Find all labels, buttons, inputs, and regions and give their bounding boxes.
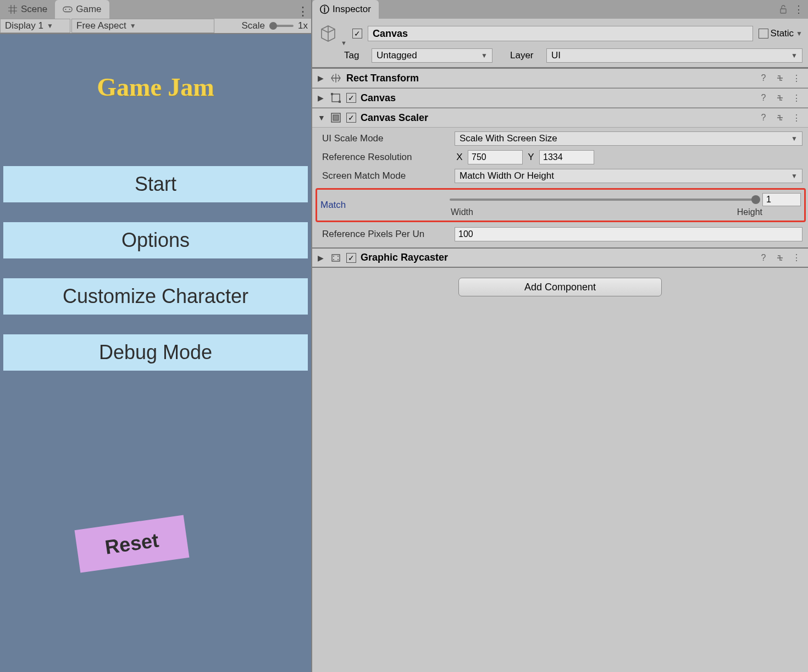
tag-label: Tag [344, 50, 368, 61]
svg-point-1 [65, 9, 67, 10]
game-canvas: Game Jam Start Options Customize Charact… [0, 34, 311, 672]
gameobject-name-field[interactable] [368, 26, 753, 41]
reference-pixels-label: Reference Pixels Per Un [322, 229, 451, 240]
fold-icon[interactable]: ▶ [318, 93, 325, 102]
tab-scene[interactable]: Scene [0, 0, 55, 19]
ui-scale-mode-dropdown[interactable]: Scale With Screen Size▼ [455, 131, 803, 146]
reference-resolution-label: Reference Resolution [322, 152, 451, 163]
scale-value: 1x [298, 20, 308, 31]
match-label: Match [320, 200, 446, 211]
display-dropdown[interactable]: Display 1▼ [0, 19, 70, 33]
customize-character-button[interactable]: Customize Character [3, 278, 308, 315]
start-button[interactable]: Start [3, 166, 308, 202]
svg-rect-3 [781, 9, 786, 13]
svg-rect-6 [339, 101, 341, 103]
help-icon[interactable]: ? [757, 252, 770, 264]
tab-inspector[interactable]: ⓘ Inspector [312, 0, 379, 19]
scene-icon [8, 4, 18, 14]
svg-point-11 [337, 256, 339, 257]
game-pane: Scene Game ⋮ Display 1▼ Free Aspect▼ Sca… [0, 0, 312, 672]
tab-inspector-label: Inspector [333, 4, 371, 15]
svg-point-2 [69, 9, 70, 10]
canvas-icon [330, 92, 342, 104]
help-icon[interactable]: ? [757, 72, 770, 84]
reference-resolution-x-field[interactable] [468, 150, 523, 164]
fold-icon[interactable]: ▶ [318, 254, 325, 262]
graphic-raycaster-icon [330, 252, 342, 264]
tag-value: Untagged [377, 50, 417, 61]
layer-dropdown[interactable]: UI▼ [546, 48, 803, 63]
options-button[interactable]: Options [3, 222, 308, 258]
preset-icon[interactable] [774, 252, 786, 264]
preset-icon[interactable] [774, 92, 786, 104]
component-menu-icon[interactable]: ⋮ [790, 72, 803, 84]
preset-icon[interactable] [774, 112, 786, 124]
x-label: X [455, 152, 464, 163]
canvas-scaler-body: UI Scale Mode Scale With Screen Size▼ Re… [312, 128, 808, 248]
component-rect-transform[interactable]: ▶ Rect Transform ? ⋮ [312, 68, 808, 88]
component-canvas-scaler[interactable]: ▼ ✓ Canvas Scaler ? ⋮ [312, 108, 808, 128]
add-component-button[interactable]: Add Component [458, 278, 662, 296]
static-checkbox[interactable] [759, 29, 768, 38]
scale-slider[interactable] [269, 25, 294, 27]
component-menu-icon[interactable]: ⋮ [790, 92, 803, 104]
gameobject-icon-dropdown[interactable]: ▼ [341, 40, 347, 46]
screen-match-mode-value: Match Width Or Height [460, 170, 554, 181]
canvas-enable-checkbox[interactable]: ✓ [346, 93, 356, 103]
tab-game-label: Game [76, 4, 101, 15]
game-icon [63, 4, 73, 14]
reference-resolution-y-field[interactable] [539, 150, 594, 164]
active-checkbox[interactable]: ✓ [352, 29, 362, 38]
component-title: Canvas Scaler [361, 112, 753, 124]
gameobject-icon[interactable] [318, 23, 339, 44]
component-graphic-raycaster[interactable]: ▶ ✓ Graphic Raycaster ? ⋮ [312, 248, 808, 268]
static-label: Static [771, 28, 794, 39]
svg-rect-5 [331, 93, 333, 95]
component-menu-icon[interactable]: ⋮ [790, 252, 803, 264]
game-title: Game Jam [0, 73, 311, 102]
preset-icon[interactable] [774, 72, 786, 84]
component-menu-icon[interactable]: ⋮ [790, 112, 803, 124]
help-icon[interactable]: ? [757, 92, 770, 104]
ui-scale-mode-label: UI Scale Mode [322, 133, 451, 144]
lock-icon[interactable] [777, 3, 789, 15]
svg-rect-9 [332, 255, 340, 261]
help-icon[interactable]: ? [757, 112, 770, 124]
fold-icon[interactable]: ▼ [318, 113, 325, 122]
static-dropdown-icon[interactable]: ▼ [796, 30, 803, 37]
aspect-dropdown-label: Free Aspect [76, 20, 126, 31]
left-tab-menu-icon[interactable]: ⋮ [295, 4, 311, 19]
layer-value: UI [551, 50, 561, 61]
match-height-label: Height [737, 207, 762, 217]
component-title: Graphic Raycaster [361, 252, 753, 263]
aspect-dropdown[interactable]: Free Aspect▼ [71, 19, 214, 33]
menu-button-group: Start Options Customize Character Debug … [3, 166, 308, 371]
match-value-field[interactable] [762, 193, 801, 206]
debug-mode-button[interactable]: Debug Mode [3, 334, 308, 371]
scale-label: Scale [242, 20, 265, 31]
match-width-label: Width [451, 207, 473, 217]
screen-match-mode-dropdown[interactable]: Match Width Or Height▼ [455, 169, 803, 183]
display-dropdown-label: Display 1 [5, 20, 43, 31]
graphic-raycaster-enable-checkbox[interactable]: ✓ [346, 253, 356, 263]
match-slider[interactable] [450, 199, 758, 201]
component-title: Rect Transform [346, 73, 753, 84]
match-highlight: Match Width Height [316, 188, 806, 222]
svg-rect-4 [332, 94, 340, 102]
layer-label: Layer [510, 50, 543, 61]
inspector-menu-icon[interactable]: ⋮ [793, 3, 805, 15]
fold-icon[interactable]: ▶ [318, 74, 325, 82]
svg-point-12 [333, 259, 334, 260]
reference-pixels-field[interactable] [455, 227, 803, 241]
reset-button[interactable]: Reset [75, 515, 190, 572]
inspector-pane: ⓘ Inspector ⋮ ▼ ✓ Static [312, 0, 808, 672]
tag-dropdown[interactable]: Untagged▼ [372, 48, 492, 63]
screen-match-mode-label: Screen Match Mode [322, 170, 451, 181]
component-canvas[interactable]: ▶ ✓ Canvas ? ⋮ [312, 88, 808, 108]
tab-game[interactable]: Game [55, 0, 109, 19]
canvas-scaler-enable-checkbox[interactable]: ✓ [346, 113, 356, 123]
rect-transform-icon [330, 72, 342, 84]
component-title: Canvas [361, 92, 753, 104]
canvas-scaler-icon [330, 112, 342, 124]
game-toolbar: Display 1▼ Free Aspect▼ Scale 1x [0, 19, 311, 34]
